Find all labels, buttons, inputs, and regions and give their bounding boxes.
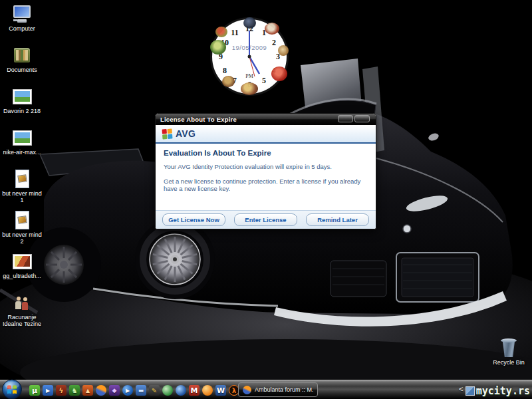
desktop-icon-label: Documents bbox=[7, 66, 37, 73]
desktop-icon-graphic bbox=[11, 251, 33, 271]
desktop-icon-label: Recycle Bin bbox=[493, 359, 525, 366]
desktop-icon-graphic bbox=[11, 86, 33, 106]
desktop-icon-graphic bbox=[11, 4, 33, 24]
dialog-button-bar: Get License NowEnter LicenseRemind Later bbox=[156, 210, 376, 229]
desktop-icon-nike-air-max[interactable]: nike-air-max... bbox=[0, 128, 44, 166]
desktop-icon-label: gg_ultradeth... bbox=[3, 273, 41, 279]
desktop-icon-graphic bbox=[11, 293, 33, 313]
avg-logo-text: AVG bbox=[176, 128, 196, 139]
desktop-icon-gg-ultradeth[interactable]: gg_ultradeth... bbox=[0, 251, 44, 290]
desktop-icon-recycle-bin[interactable]: Recycle Bin bbox=[487, 338, 531, 376]
media-player-classic-icon[interactable]: ▶ bbox=[43, 385, 53, 396]
dialog-title-bar[interactable]: License About To Expire bbox=[156, 114, 376, 125]
desktop-icon-racunanje-idealne-tezine[interactable]: Racunanje Idealne Tezine bbox=[0, 293, 44, 331]
car-hood-badge bbox=[403, 225, 411, 233]
firefox-icon bbox=[243, 386, 251, 394]
car-grille-small bbox=[331, 261, 386, 297]
taskbar-window-label: Ambulanta forum :: M... bbox=[255, 386, 313, 393]
get-license-now-button[interactable]: Get License Now bbox=[162, 213, 225, 226]
watermark-icon bbox=[466, 386, 475, 396]
desktop-icon-label: Racunanje Idealne Tezine bbox=[0, 314, 44, 327]
blue-media-player-icon[interactable]: ▶ bbox=[122, 385, 133, 396]
desktop-icon-graphic bbox=[11, 45, 33, 65]
watermark-text: mycity.rs bbox=[476, 385, 530, 397]
paint-brush-icon[interactable]: ✎ bbox=[149, 385, 160, 396]
avg-logo-icon bbox=[162, 128, 172, 139]
watermark: mycity.rs bbox=[466, 385, 530, 397]
dialog-heading: Evaluation Is About To Expire bbox=[164, 149, 368, 157]
desktop-icon-graphic bbox=[11, 210, 33, 230]
desktop-icon-label: but never mind 1 bbox=[0, 190, 44, 203]
desktop-icon-label: Davorin 2 218 bbox=[3, 108, 41, 114]
desktop-icon-computer[interactable]: Computer bbox=[0, 4, 44, 43]
quick-launch-bar: µ▶ϟ♞▲◆▶▬✎MWλ bbox=[29, 385, 239, 396]
firefox-icon[interactable] bbox=[96, 385, 106, 396]
desktop-icon-but-never-mind-1[interactable]: but never mind 1 bbox=[0, 169, 44, 207]
dialog-title: License About To Expire bbox=[160, 116, 237, 123]
blue-globe-icon[interactable] bbox=[176, 385, 186, 396]
word-icon[interactable]: W bbox=[215, 385, 226, 396]
taskbar: µ▶ϟ♞▲◆▶▬✎MWλ Ambulanta forum :: M... < bbox=[0, 380, 532, 399]
desktop-icon-column: Computer Documents Davorin 2 218 nike-ai… bbox=[0, 4, 44, 331]
start-button[interactable] bbox=[1, 379, 23, 399]
desktop-icon-graphic bbox=[11, 128, 33, 148]
dialog-minimize-button[interactable] bbox=[338, 115, 353, 122]
recycle-bin-icon bbox=[498, 338, 519, 358]
avg-brand-band: AVG bbox=[156, 125, 376, 144]
desktop-icon-documents[interactable]: Documents bbox=[0, 45, 44, 84]
tray-expand-chevron[interactable]: < bbox=[459, 385, 463, 393]
dialog-body-line2: Get a new license to continue protection… bbox=[164, 178, 368, 193]
dialog-body-line1: Your AVG Identity Protection evaluation … bbox=[164, 163, 368, 171]
desktop-icon-davorin-2-218[interactable]: Davorin 2 218 bbox=[0, 86, 44, 125]
flame-app-icon[interactable]: ▲ bbox=[82, 385, 93, 396]
taskbar-window-button[interactable]: Ambulanta forum :: M... bbox=[238, 382, 318, 397]
orange-ball-icon[interactable] bbox=[202, 385, 213, 396]
winamp-icon[interactable]: ϟ bbox=[56, 385, 66, 396]
car-front-wheel bbox=[135, 219, 215, 299]
monitor-app-icon[interactable]: ▬ bbox=[136, 385, 146, 396]
clock-hands bbox=[210, 17, 289, 96]
desktop: Computer Documents Davorin 2 218 nike-ai… bbox=[0, 0, 532, 399]
utorrent-icon[interactable]: µ bbox=[29, 385, 40, 396]
gom-player-icon[interactable]: ◆ bbox=[109, 385, 120, 396]
remind-later-button[interactable]: Remind Later bbox=[306, 213, 369, 226]
avg-license-dialog: License About To Expire AVG Evaluation I… bbox=[155, 113, 376, 229]
enter-license-button[interactable]: Enter License bbox=[234, 213, 297, 226]
desktop-icon-label: Computer bbox=[9, 25, 35, 32]
desktop-icon-label: nike-air-max... bbox=[3, 149, 41, 156]
dialog-close-button[interactable] bbox=[354, 115, 370, 122]
green-globe-icon[interactable] bbox=[162, 385, 173, 396]
desktop-icon-label: but never mind 2 bbox=[0, 231, 44, 245]
miranda-icon[interactable]: M bbox=[189, 385, 200, 396]
desktop-icon-but-never-mind-2[interactable]: but never mind 2 bbox=[0, 210, 44, 249]
dialog-content: Evaluation Is About To Expire Your AVG I… bbox=[156, 144, 376, 199]
green-creature-icon[interactable]: ♞ bbox=[69, 385, 80, 396]
clock-gadget[interactable]: 121234567891011 19/05/2009 PM bbox=[210, 17, 289, 96]
desktop-icon-graphic bbox=[11, 169, 33, 189]
